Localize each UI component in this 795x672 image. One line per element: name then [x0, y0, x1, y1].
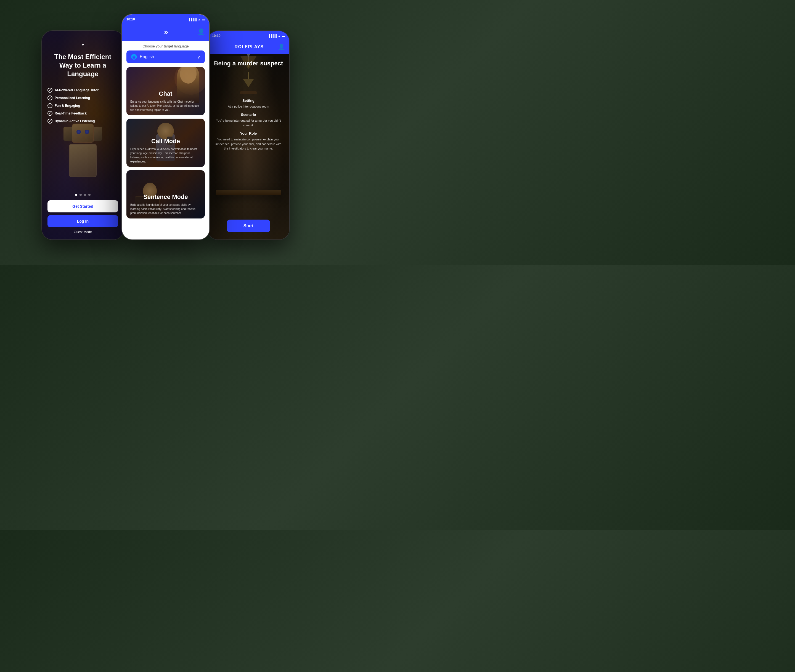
- profile-icon[interactable]: 👤: [197, 29, 205, 35]
- target-lang-label: Choose your target language: [122, 41, 209, 51]
- right-status-icons: ▐▐▐▐ ▲ ▬: [268, 34, 285, 37]
- selected-language: English: [139, 54, 194, 59]
- right-profile-icon[interactable]: 👤: [278, 43, 285, 50]
- sentence-mode-title: Sentence Mode: [130, 194, 201, 200]
- login-button[interactable]: Log In: [48, 215, 118, 227]
- call-mode-card[interactable]: Call Mode Experience AI-driven, audio-on…: [127, 118, 205, 167]
- feature-label: Dynamic Active Listening: [54, 119, 95, 123]
- status-time: 10:10: [127, 18, 135, 21]
- feature-item: ✓ AI-Powered Language Tutor: [48, 88, 118, 93]
- language-selector[interactable]: 🌐 English ∨: [127, 51, 205, 63]
- dot-active: [75, 194, 77, 196]
- feature-label: Personalized Learning: [54, 96, 90, 100]
- sentence-card-content: Sentence Mode Build a solid foundation o…: [127, 170, 205, 219]
- roleplays-title: ROLEPLAYS: [235, 45, 264, 50]
- sentence-mode-card[interactable]: Sentence Mode Build a solid foundation o…: [127, 170, 205, 219]
- check-icon: ✓: [48, 118, 53, 123]
- globe-icon: 🌐: [131, 54, 137, 60]
- wifi-icon: ▲: [198, 18, 201, 21]
- your-role-label: Your Role: [240, 131, 257, 136]
- center-logo-icon: »: [164, 27, 168, 37]
- scroll-content[interactable]: Choose your target language 🌐 English ∨ …: [122, 41, 209, 240]
- scenario-value: You're being interrogated for a murder y…: [213, 118, 284, 128]
- right-wifi-icon: ▲: [278, 34, 281, 37]
- feature-label: Fun & Engaging: [54, 104, 80, 107]
- chat-mode-card[interactable]: Chat Enhance your language skills with t…: [127, 67, 205, 115]
- features-list: ✓ AI-Powered Language Tutor ✓ Personaliz…: [48, 88, 118, 126]
- check-icon: ✓: [48, 96, 53, 101]
- hero-divider: [75, 82, 91, 82]
- chat-card-content: Chat Enhance your language skills with t…: [127, 67, 205, 115]
- feature-label: AI-Powered Language Tutor: [54, 88, 99, 92]
- setting-value: At a police interrogations room: [228, 104, 269, 109]
- app-logo: »: [82, 42, 84, 47]
- right-status-time: 10:10: [212, 34, 221, 38]
- status-bar: 10:10 ▐▐▐▐ ▲ ▬: [122, 14, 209, 24]
- scenario-label: Scenario: [241, 112, 256, 117]
- right-phone: 10:10 ▐▐▐▐ ▲ ▬ ROLEPLAYS 👤 Being a murde…: [207, 30, 290, 240]
- start-button[interactable]: Start: [227, 219, 270, 232]
- chat-mode-description: Enhance your language skills with the Ch…: [130, 99, 201, 112]
- scene-art: [237, 72, 260, 94]
- chevron-down-icon: ∨: [197, 54, 200, 59]
- right-header: ROLEPLAYS 👤: [208, 41, 289, 54]
- feature-item: ✓ Real-Time Feedback: [48, 111, 118, 116]
- call-mode-description: Experience AI-driven, audio-only convers…: [130, 147, 201, 163]
- logo-icon: »: [82, 42, 84, 47]
- battery-icon: ▬: [202, 18, 205, 21]
- dot: [84, 194, 86, 196]
- feature-item: ✓ Dynamic Active Listening: [48, 118, 118, 123]
- your-role-value: You need to maintain composure, explain …: [213, 137, 284, 151]
- dot: [88, 194, 91, 196]
- call-mode-title: Call Mode: [130, 138, 201, 145]
- get-started-button[interactable]: Get Started: [48, 200, 118, 213]
- hero-title: The Most Efficient Way to Learn a Langua…: [48, 53, 118, 78]
- right-content: Being a murder suspect Setting At a poli…: [208, 54, 289, 238]
- signal-icon: ▐▐▐▐: [188, 18, 197, 21]
- pagination-dots: [75, 194, 91, 196]
- check-icon: ✓: [48, 111, 53, 116]
- setting-label: Setting: [242, 99, 255, 102]
- feature-item: ✓ Personalized Learning: [48, 96, 118, 101]
- left-phone: » The Most Efficient Way to Learn a Lang…: [42, 30, 124, 240]
- dot: [80, 194, 82, 196]
- guest-mode-link[interactable]: Guest Mode: [74, 230, 91, 234]
- feature-label: Real-Time Feedback: [54, 112, 87, 115]
- status-icons: ▐▐▐▐ ▲ ▬: [188, 18, 205, 21]
- roleplay-scenario-title: Being a murder suspect: [214, 59, 283, 67]
- call-card-content: Call Mode Experience AI-driven, audio-on…: [127, 118, 205, 167]
- right-battery-icon: ▬: [282, 34, 285, 37]
- check-icon: ✓: [48, 88, 53, 93]
- sentence-mode-description: Build a solid foundation of your languag…: [130, 203, 201, 215]
- check-icon: ✓: [48, 103, 53, 108]
- right-status-bar: 10:10 ▐▐▐▐ ▲ ▬: [208, 31, 289, 41]
- center-header: » 👤: [122, 24, 209, 41]
- right-signal-icon: ▐▐▐▐: [268, 34, 277, 37]
- chat-mode-title: Chat: [130, 90, 201, 98]
- center-phone: 10:10 ▐▐▐▐ ▲ ▬ » 👤 Choose your target la…: [122, 14, 210, 240]
- feature-item: ✓ Fun & Engaging: [48, 103, 118, 108]
